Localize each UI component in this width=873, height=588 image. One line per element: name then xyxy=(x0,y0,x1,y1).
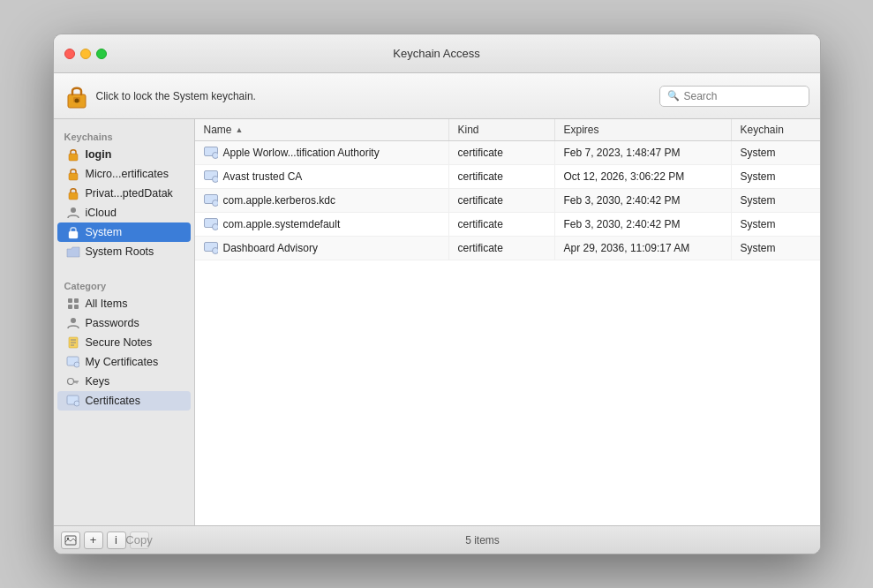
sidebar-item-login-label: login xyxy=(86,148,112,161)
lock-system-icon xyxy=(66,225,80,239)
cell-name-4: Dashboard Advisory xyxy=(195,237,449,260)
svg-point-28 xyxy=(212,177,218,183)
fullscreen-button[interactable] xyxy=(96,49,107,59)
cell-keychain-3: System xyxy=(732,213,820,236)
table-row[interactable]: Avast trusted CA certificate Oct 12, 202… xyxy=(195,165,820,189)
close-button[interactable] xyxy=(64,49,75,59)
col-kind[interactable]: Kind xyxy=(449,119,555,140)
sidebar-item-system-roots[interactable]: System Roots xyxy=(57,242,191,261)
sidebar-item-passwords[interactable]: Passwords xyxy=(57,313,191,333)
cell-keychain-1: System xyxy=(732,165,820,188)
search-input[interactable] xyxy=(684,90,802,102)
sidebar-item-all-items[interactable]: All Items xyxy=(57,294,191,313)
cell-expires-4: Apr 29, 2036, 11:09:17 AM xyxy=(555,237,732,260)
svg-point-18 xyxy=(74,362,79,367)
search-icon: 🔍 xyxy=(667,90,680,102)
lock-privat-icon xyxy=(66,186,80,200)
sidebar-item-my-certificates[interactable]: My Certificates xyxy=(57,352,191,372)
copy-button[interactable]: Copy xyxy=(130,531,149,549)
table-header: Name ▲ Kind Expires Keychain xyxy=(195,119,820,141)
table-row[interactable]: com.apple.systemdefault certificate Feb … xyxy=(195,213,820,237)
col-name[interactable]: Name ▲ xyxy=(195,119,449,140)
person-cat-icon xyxy=(66,316,80,330)
sort-icon: ▲ xyxy=(236,125,244,134)
sidebar-item-secure-notes[interactable]: Secure Notes xyxy=(57,333,191,352)
sidebar-item-system[interactable]: System xyxy=(57,222,191,242)
svg-point-12 xyxy=(71,318,76,323)
table-body: Apple Worlow...tification Authority cert… xyxy=(195,141,820,525)
toolbar: Click to lock the System keychain. 🔍 xyxy=(54,73,820,119)
lock-icon[interactable] xyxy=(64,82,89,110)
sidebar-item-keys[interactable]: Keys xyxy=(57,372,191,391)
cell-kind-4: certificate xyxy=(449,237,555,260)
svg-point-6 xyxy=(71,207,76,213)
grid-icon xyxy=(66,297,80,311)
status-text: 5 items xyxy=(153,534,813,547)
cell-expires-0: Feb 7, 2023, 1:48:47 PM xyxy=(555,141,732,164)
content-area: Keychains login Micro...ertificates Priv… xyxy=(54,119,820,525)
cell-keychain-0: System xyxy=(732,141,820,164)
sidebar-item-login[interactable]: login xyxy=(57,145,191,164)
folder-icon xyxy=(66,245,80,259)
minimize-button[interactable] xyxy=(80,49,91,59)
sidebar-item-passwords-label: Passwords xyxy=(86,317,139,329)
cert-row-icon xyxy=(204,146,218,160)
cell-name-0: Apple Worlow...tification Authority xyxy=(195,141,449,164)
sidebar-item-micro-label: Micro...ertificates xyxy=(86,168,169,180)
sidebar-item-system-roots-label: System Roots xyxy=(86,245,154,258)
category-header: Category xyxy=(54,275,194,294)
cert-icon xyxy=(66,394,80,408)
cell-name-3: com.apple.systemdefault xyxy=(195,213,449,236)
info-button[interactable]: i xyxy=(107,531,126,549)
svg-point-30 xyxy=(212,200,218,207)
svg-point-36 xyxy=(66,537,68,539)
table-row[interactable]: Dashboard Advisory certificate Apr 29, 2… xyxy=(195,237,820,260)
cert-row-icon xyxy=(204,241,218,255)
cell-kind-1: certificate xyxy=(449,165,555,188)
add-button[interactable]: + xyxy=(84,531,103,549)
cell-expires-3: Feb 3, 2030, 2:40:42 PM xyxy=(555,213,732,236)
sidebar-item-certificates[interactable]: Certificates xyxy=(57,391,191,411)
svg-point-2 xyxy=(74,98,79,102)
sidebar-item-my-certificates-label: My Certificates xyxy=(86,356,159,368)
sidebar-item-system-label: System xyxy=(86,226,123,238)
cell-expires-2: Feb 3, 2030, 2:40:42 PM xyxy=(555,189,732,212)
svg-rect-10 xyxy=(68,305,72,309)
col-kind-label: Kind xyxy=(458,124,479,136)
cell-name-2: com.apple.kerberos.kdc xyxy=(195,189,449,212)
lock-small-icon xyxy=(66,147,80,162)
keychains-header: Keychains xyxy=(54,126,194,145)
key-icon xyxy=(66,374,80,388)
lock-tooltip: Click to lock the System keychain. xyxy=(96,90,256,102)
table-row[interactable]: Apple Worlow...tification Authority cert… xyxy=(195,141,820,165)
sidebar-item-micro-certs[interactable]: Micro...ertificates xyxy=(57,164,191,184)
col-expires-label: Expires xyxy=(564,124,599,136)
svg-rect-4 xyxy=(69,173,78,180)
cert-my-icon xyxy=(66,355,80,369)
image-button[interactable] xyxy=(61,531,80,549)
svg-point-24 xyxy=(74,401,79,406)
cert-row-icon xyxy=(204,170,218,184)
cell-kind-0: certificate xyxy=(449,141,555,164)
svg-rect-8 xyxy=(68,298,72,303)
svg-rect-5 xyxy=(69,192,78,200)
sidebar: Keychains login Micro...ertificates Priv… xyxy=(54,119,195,525)
search-box[interactable]: 🔍 xyxy=(659,86,809,107)
col-expires[interactable]: Expires xyxy=(555,119,732,140)
sidebar-item-icloud-label: iCloud xyxy=(86,207,117,219)
person-icon xyxy=(66,206,80,220)
sidebar-item-privat-label: Privat...ptedDatak xyxy=(86,187,173,200)
sidebar-item-icloud[interactable]: iCloud xyxy=(57,203,191,222)
svg-rect-7 xyxy=(69,231,78,238)
table-row[interactable]: com.apple.kerberos.kdc certificate Feb 3… xyxy=(195,189,820,213)
svg-point-19 xyxy=(68,379,74,385)
main-window: Keychain Access Click to lock the System… xyxy=(53,34,821,554)
window-title: Keychain Access xyxy=(393,47,479,60)
svg-rect-3 xyxy=(69,154,78,161)
svg-point-26 xyxy=(212,153,218,159)
titlebar: Keychain Access xyxy=(54,34,820,73)
cert-row-icon xyxy=(204,217,218,231)
col-keychain[interactable]: Keychain xyxy=(732,119,820,140)
sidebar-item-privat[interactable]: Privat...ptedDatak xyxy=(57,184,191,203)
col-keychain-label: Keychain xyxy=(741,124,784,136)
